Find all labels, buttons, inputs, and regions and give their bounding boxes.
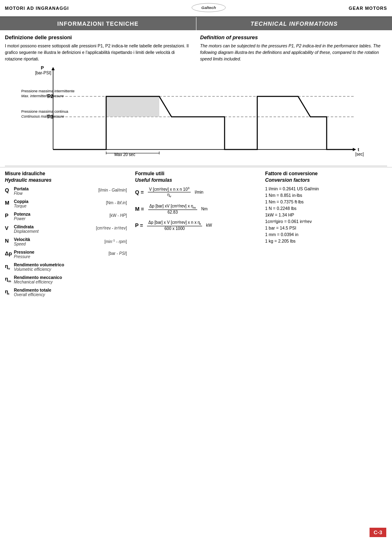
symbol-etat: ηt (5, 288, 14, 296)
name-en-q: Flow (14, 191, 96, 196)
intro-section: Definizione delle pressioni I motori pos… (0, 30, 392, 64)
measure-v: V Cilindrata Displacement [cm³/rev - in³… (5, 224, 127, 234)
p1-text-it: Pressione massima continua (21, 109, 68, 114)
conv-6: 1cm³/giro = 0.061 in³/rev (265, 219, 387, 224)
symbol-etam: ηm (5, 276, 14, 283)
p2-text-it: Pressione massima intermittente (21, 89, 75, 93)
title-english: TECHNICAL INFORMATIONS (196, 17, 392, 30)
name-en-dp: Pressure (14, 254, 106, 259)
measure-n: N Velocità Speed [min-1 - rpm] (5, 237, 127, 246)
hydraulic-measures-col: Misure idrauliche Hydraulic measures Q P… (5, 171, 131, 300)
measure-etam: ηm Rendimento meccanico Mechanical effic… (5, 275, 127, 284)
symbol-n: N (5, 238, 14, 244)
page-footer: C-3 (370, 528, 386, 537)
formula-q-den: ηv (166, 192, 173, 198)
page-badge: C-3 (370, 528, 386, 537)
name-en-etav: Volumetric efficiency (14, 267, 125, 272)
title-italian: INFORMAZIONI TECNICHE (0, 17, 196, 30)
col-italian: Definizione delle pressioni I motori pos… (5, 34, 192, 62)
formula-q-num: V [cm³/rev] x n x n 103 (148, 186, 191, 192)
formula-p-unit: kW (206, 223, 212, 228)
measure-etat: ηt Rendimento totale Overall efficiency (5, 288, 127, 297)
svg-marker-4 (51, 67, 55, 70)
name-en-p: Power (14, 216, 107, 221)
measure-dp: Δp Pressione Pressure [bar - PSI] (5, 250, 127, 259)
measure-q: Q Portata Flow [l/min - Gal/min] (5, 186, 127, 196)
conv-5: 1kW = 1.34 HP (265, 212, 387, 217)
name-it-v: Cilindrata (14, 224, 94, 229)
formula-q-fraction: V [cm³/rev] x n x n 103 ηv (148, 186, 191, 198)
name-it-n: Velocità (14, 237, 102, 242)
name-en-n: Speed (14, 242, 102, 246)
measure-etav: ηv Rendimento volumetrico Volumetric eff… (5, 262, 127, 272)
formula-p-fraction: Δp [bar] x V [cm³/rev] x n x ηt 600 x 10… (147, 220, 202, 231)
name-it-p: Potenza (14, 212, 107, 216)
svg-rect-8 (106, 96, 159, 117)
formula-p-num: Δp [bar] x V [cm³/rev] x n x ηt (147, 220, 202, 226)
unit-q: [l/min - Gal/min] (98, 188, 127, 192)
symbol-m: M (5, 200, 14, 206)
names-dp: Pressione Pressure (14, 250, 106, 259)
conv-3: 1 Nm = 0.7375 ft·lbs (265, 199, 387, 204)
conversion-title-it: Fattore di conversione (265, 171, 387, 176)
formulas-col: Formule utili Useful formulas Q = V [cm³… (131, 171, 261, 300)
formula-p: P = Δp [bar] x V [cm³/rev] x n x ηt 600 … (135, 220, 257, 231)
page-header: MOTORI AD INGRANAGGI Galtech GEAR MOTORS (0, 0, 392, 17)
conv-1: 1 l/min = 0.2641 US Gal/min (265, 186, 387, 191)
conv-9: 1 kg = 2.205 lbs (265, 239, 387, 243)
name-it-etam: Rendimento meccanico (14, 275, 125, 280)
conv-7: 1 bar = 14.5 PSI (265, 225, 387, 230)
unit-v: [cm³/rev - in³/rev] (96, 226, 127, 230)
symbol-v: V (5, 225, 14, 231)
name-it-dp: Pressione (14, 250, 106, 254)
formula-p-den: 600 x 1000 (163, 226, 186, 231)
formula-m: M = Δp [bar] xV [cm³/rev] x ηm 62.83 Nm (135, 204, 257, 214)
unit-p: [kW - HP] (109, 213, 127, 218)
unit-n: [min-1 - rpm] (105, 239, 127, 244)
pressure-diagram-section: P [bar-PSI] P2 P1 Max 20 sec (0, 64, 392, 165)
formula-p-lhs: P = (135, 222, 143, 228)
conversion-col: Fattore di conversione Conversion factor… (261, 171, 387, 300)
formula-m-num: Δp [bar] xV [cm³/rev] x ηm (148, 204, 197, 210)
symbol-etav: ηv (5, 263, 14, 270)
italian-body: I motori possono essere sottoposti alle … (5, 43, 192, 62)
y-axis-unit: [bar-PSI] (35, 71, 51, 75)
p2-text-en: Max. intermittent pressure (21, 94, 64, 98)
english-section-title: Definition of pressures (200, 34, 387, 40)
unit-m: [Nm - lbf.in] (106, 201, 127, 205)
names-etav: Rendimento volumetrico Volumetric effici… (14, 262, 125, 272)
symbol-dp: Δp (5, 250, 14, 257)
name-en-etat: Overall efficiency (14, 292, 125, 297)
name-it-m: Coppia (14, 199, 104, 204)
unit-dp: [bar - PSI] (109, 251, 127, 256)
measures-section: Misure idrauliche Hydraulic measures Q P… (0, 167, 392, 303)
formula-m-fraction: Δp [bar] xV [cm³/rev] x ηm 62.83 (148, 204, 197, 214)
formula-m-lhs: M = (135, 206, 144, 212)
conv-2: 1 Nm = 8.851 in·lbs (265, 193, 387, 198)
name-it-etat: Rendimento totale (14, 288, 125, 292)
name-en-etam: Mechanical efficiency (14, 280, 125, 284)
italian-section-title: Definizione delle pressioni (5, 34, 192, 40)
t-unit: [sec] (355, 152, 364, 156)
hydraulic-title-it: Misure idrauliche (5, 171, 127, 176)
t-label: t (358, 147, 359, 152)
formula-m-unit: Nm (201, 207, 208, 211)
formulas-title-en: Useful formulas (135, 177, 257, 183)
name-it-etav: Rendimento volumetrico (14, 262, 125, 267)
formula-q-lhs: Q = (135, 189, 144, 195)
english-body: The motors can be subjected to the press… (200, 43, 387, 62)
hydraulic-title-en: Hydraulic measures (5, 177, 127, 183)
names-etat: Rendimento totale Overall efficiency (14, 288, 125, 297)
header-left-title: MOTORI AD INGRANAGGI (5, 6, 69, 11)
names-v: Cilindrata Displacement (14, 224, 94, 234)
name-en-m: Torque (14, 204, 104, 208)
formulas-title-it: Formule utili (135, 171, 257, 176)
pressure-diagram-svg: P [bar-PSI] P2 P1 Max 20 sec (20, 64, 372, 162)
header-right-title: GEAR MOTORS (349, 6, 387, 11)
names-etam: Rendimento meccanico Mechanical efficien… (14, 275, 125, 284)
title-band: INFORMAZIONI TECNICHE TECHNICAL INFORMAT… (0, 17, 392, 30)
p1-text-en: Continuous max. pressure (21, 114, 64, 118)
y-axis-label: P (41, 65, 44, 70)
names-m: Coppia Torque (14, 199, 104, 208)
formula-m-den: 62.83 (166, 210, 179, 214)
